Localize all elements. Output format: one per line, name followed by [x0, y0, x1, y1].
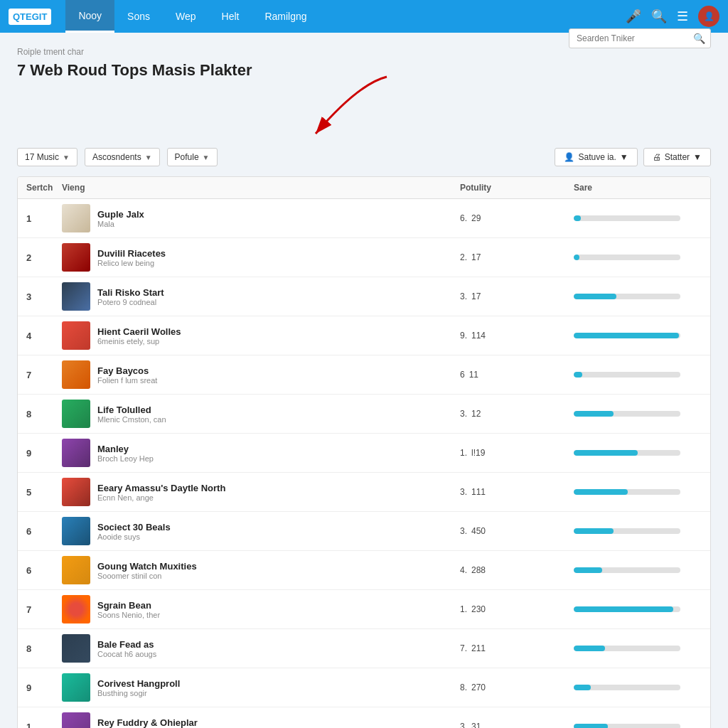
table-row[interactable]: 7 Fay Baycos Folien f lum sreat 6 11: [18, 355, 710, 395]
song-subtitle: Mlenic Cmston, can: [97, 415, 166, 424]
bar-fill: [574, 646, 605, 651]
pop-rank: 7.: [460, 643, 467, 653]
nav-right: 🎤 🔍 ☰ 👤: [626, 6, 719, 27]
col-rank: Sertch: [26, 183, 62, 193]
song-thumbnail: [62, 517, 90, 545]
song-cell: Bale Fead as Coocat h6 aougs: [62, 634, 460, 663]
song-cell: Fay Baycos Folien f lum sreat: [62, 360, 460, 389]
nav-item-nooy[interactable]: Nooy: [65, 0, 114, 33]
col-popularity: Potulity: [460, 183, 574, 193]
popularity-cell: 7. 211: [460, 643, 574, 653]
table-row[interactable]: 1 Rey Fuddry & Ohieplar Sain Jant, soon …: [18, 707, 710, 728]
pop-num: 17: [471, 291, 481, 301]
pop-num: 288: [471, 565, 486, 575]
type-filter-button[interactable]: Pofule ▼: [167, 148, 218, 166]
rank-number: 8: [26, 409, 62, 419]
table-row[interactable]: 8 Life Tolulled Mlenic Cmston, can 3. 12: [18, 395, 710, 434]
rank-number: 3: [26, 291, 62, 302]
pop-rank: 9.: [460, 331, 467, 341]
bar-background: [574, 489, 680, 495]
popularity-cell: 3. 12: [460, 409, 574, 419]
nav-item-ramilgng[interactable]: Ramilgng: [252, 0, 319, 33]
table-row[interactable]: 7 Sgrain Bean Soons Nenio, ther 1. 230: [18, 590, 710, 629]
music-filter-button[interactable]: 17 Music ▼: [17, 148, 77, 166]
rank-number: 7: [26, 370, 62, 380]
search-input[interactable]: [569, 28, 711, 48]
pop-num: 450: [471, 526, 486, 536]
song-cell: Guple Jalx Mala: [62, 204, 460, 232]
chevron-down-icon: ▼: [620, 152, 628, 162]
sort-filter-button[interactable]: Ascosndents ▼: [85, 148, 160, 166]
song-title: Manley: [97, 444, 154, 454]
table-row[interactable]: 8 Bale Fead as Coocat h6 aougs 7. 211: [18, 629, 710, 668]
pop-rank: 3.: [460, 722, 467, 728]
bar-background: [574, 450, 680, 456]
song-info: Manley Broch Leoy Hep: [97, 444, 154, 463]
song-title: Tali Risko Start: [97, 287, 164, 298]
popularity-cell: 4. 288: [460, 565, 574, 575]
table-row[interactable]: 6 Sociect 30 Beals Aooide suys 3. 450: [18, 512, 710, 551]
song-title: Sociect 30 Beals: [97, 522, 171, 532]
pop-rank: 1.: [460, 448, 467, 458]
avatar[interactable]: 👤: [698, 6, 719, 27]
song-thumbnail: [62, 400, 90, 428]
rank-number: 5: [26, 487, 62, 498]
popularity-cell: 3. 31: [460, 722, 574, 728]
nav-item-sons[interactable]: Sons: [114, 0, 163, 33]
bar-cell: [574, 646, 702, 651]
nav-item-wep[interactable]: Wep: [163, 0, 209, 33]
pop-num: 270: [471, 682, 486, 692]
action-buttons: 👤 Satuve ia. ▼ 🖨 Statter ▼: [555, 148, 711, 166]
nav-item-helt[interactable]: Helt: [209, 0, 252, 33]
table-body: 1 Guple Jalx Mala 6. 29 2: [18, 199, 710, 728]
table-row[interactable]: 1 Guple Jalx Mala 6. 29: [18, 199, 710, 238]
chevron-down-icon: ▼: [145, 154, 152, 161]
menu-icon[interactable]: ☰: [677, 9, 688, 24]
song-info: Hient Caeril Wolles 6meinis etely, sup: [97, 326, 181, 346]
song-title: Goung Watch Muxities: [97, 561, 197, 572]
song-info: Goung Watch Muxities Sooomer stinil con: [97, 561, 197, 580]
bar-background: [574, 372, 680, 378]
search-icon[interactable]: 🔍: [651, 9, 667, 24]
bar-background: [574, 685, 680, 690]
save-button[interactable]: 👤 Satuve ia. ▼: [555, 148, 637, 166]
bar-background: [574, 646, 680, 651]
table-row[interactable]: 2 Duvilil Riacetes Relico lew being 2. 1…: [18, 238, 710, 277]
print-label: Statter: [665, 152, 690, 162]
rank-number: 1: [26, 722, 62, 729]
song-cell: Corivest Hangproll Busthing sogir: [62, 673, 460, 702]
rank-number: 9: [26, 448, 62, 459]
pop-rank: 3.: [460, 409, 467, 419]
table-row[interactable]: 9 Corivest Hangproll Busthing sogir 8. 2…: [18, 668, 710, 707]
main-content: Roiple tment char 🔍 7 Web Roud Tops Masi…: [0, 33, 728, 728]
print-button[interactable]: 🖨 Statter ▼: [643, 148, 711, 166]
song-thumbnail: [62, 595, 90, 623]
rank-number: 8: [26, 643, 62, 654]
song-info: Duvilil Riacetes Relico lew being: [97, 248, 166, 267]
song-cell: Sociect 30 Beals Aooide suys: [62, 517, 460, 545]
pop-num: 11: [469, 370, 478, 380]
table-row[interactable]: 3 Tali Risko Start Potero 9 codneal 3. 1…: [18, 277, 710, 316]
table-row[interactable]: 5 Eeary Amassu's Daytle North Ecnn Nen, …: [18, 473, 710, 512]
pop-rank: 1.: [460, 604, 467, 614]
popularity-cell: 1. l!19: [460, 448, 574, 458]
song-thumbnail: [62, 282, 90, 311]
mic-icon[interactable]: 🎤: [626, 9, 641, 24]
music-filter-label: 17 Music: [25, 152, 59, 162]
table-row[interactable]: 6 Goung Watch Muxities Sooomer stinil co…: [18, 551, 710, 590]
save-label: Satuve ia.: [578, 152, 616, 162]
rank-number: 2: [26, 252, 62, 263]
bar-cell: [574, 294, 702, 299]
pop-rank: 2.: [460, 252, 467, 262]
song-subtitle: Mala: [97, 220, 144, 228]
song-info: Rey Fuddry & Ohieplar Sain Jant, soon: [97, 717, 198, 729]
bar-fill: [574, 372, 582, 378]
bar-background: [574, 606, 680, 612]
rank-number: 6: [26, 526, 62, 537]
bar-fill: [574, 489, 628, 495]
table-row[interactable]: 4 Hient Caeril Wolles 6meinis etely, sup…: [18, 316, 710, 355]
song-cell: Life Tolulled Mlenic Cmston, can: [62, 400, 460, 428]
bar-cell: [574, 372, 702, 378]
table-row[interactable]: 9 Manley Broch Leoy Hep 1. l!19: [18, 434, 710, 473]
bar-fill: [574, 255, 579, 260]
